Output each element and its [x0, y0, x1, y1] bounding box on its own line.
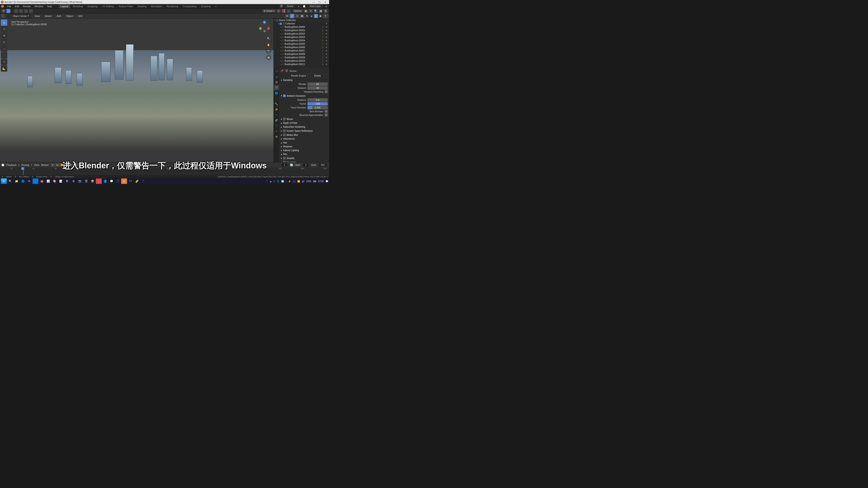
taskbar-blender-icon[interactable]: ●	[121, 178, 127, 184]
ao-factor-field[interactable]: 1.00	[307, 102, 328, 105]
visibility-icon[interactable]: 👁	[325, 53, 328, 55]
editor-type-icon[interactable]: ⬚	[1, 14, 5, 18]
disclosure-icon[interactable]: ▸	[281, 60, 282, 62]
snap-toggle-icon[interactable]: 🧲	[282, 9, 286, 13]
taskbar-app-icon[interactable]: 📘	[102, 178, 108, 184]
tray-onedrive-icon[interactable]: ☁	[270, 180, 272, 183]
snap3-icon[interactable]: ⬚	[24, 9, 28, 13]
outliner-item[interactable]: ▸▽BuildingMesh.00004▽👁	[274, 39, 329, 42]
filter-icon[interactable]: ▽	[321, 39, 324, 42]
taskbar-explorer-icon[interactable]: 📁	[13, 178, 20, 184]
bloom-checkbox[interactable]	[283, 118, 286, 121]
ao-bent-checkbox[interactable]	[324, 110, 328, 113]
taskbar-app-icon[interactable]: 📦	[90, 178, 95, 184]
visibility-icon[interactable]: 👁	[325, 29, 328, 32]
taskbar-app-icon[interactable]: 📊	[45, 178, 51, 184]
start-button[interactable]: ⊞	[1, 178, 7, 184]
disclosure-icon[interactable]: ▸	[281, 46, 282, 48]
menu-gis[interactable]: GIS	[77, 15, 84, 18]
sync-icon[interactable]: 🔄	[290, 164, 293, 166]
rendered-shading-icon[interactable]: ◉	[318, 14, 323, 18]
tab-modeling[interactable]: Modeling	[70, 4, 85, 8]
snap-icon[interactable]: ⬚	[14, 9, 18, 13]
orientation-select[interactable]: ⊕ Global ▾	[262, 9, 276, 13]
filter-icon[interactable]: ▽	[321, 33, 324, 35]
tab-world[interactable]: 🌐	[274, 90, 279, 96]
outliner-item[interactable]: ▸▽BuildingMesh.00001▽👁	[274, 29, 329, 32]
tray-app-icon[interactable]: 🎧	[293, 180, 296, 183]
taskbar-app-icon[interactable]: 🛡	[127, 178, 133, 184]
filter-icon[interactable]: ▽	[321, 53, 324, 55]
visibility-icon[interactable]: 👁	[325, 63, 328, 66]
visibility-icon[interactable]: 👁	[325, 39, 328, 42]
snap4-icon[interactable]: ⬚	[29, 9, 33, 13]
mb-header[interactable]: ▸Motion Blur	[281, 133, 328, 137]
outliner-item[interactable]: ▸▽BuildingMesh.00005▽👁	[274, 42, 329, 46]
outliner-item[interactable]: ▸▽BuildingMesh.00002▽👁	[274, 32, 329, 35]
outliner-collection[interactable]: ▾ ▢ Collection 👁	[274, 22, 329, 25]
visibility-icon[interactable]: 👁	[325, 23, 328, 25]
ao-trace-field[interactable]: 0.250	[307, 106, 328, 109]
ao-bounces-checkbox[interactable]	[324, 113, 328, 117]
freestyle-checkbox[interactable]	[283, 161, 286, 162]
visibility-icon[interactable]: 👁	[325, 46, 328, 48]
render-engine-select[interactable]: Eevee	[307, 74, 328, 78]
visibility-icon[interactable]: 👁	[325, 57, 328, 59]
scene-icon[interactable]: 🎬	[279, 4, 283, 8]
tab-modifiers[interactable]: 🔧	[274, 101, 279, 107]
viewport-samples-field[interactable]: 16	[307, 86, 328, 90]
viewlayer-field[interactable]: View Layer	[308, 4, 323, 8]
gizmo-icon[interactable]: ⬈	[290, 14, 294, 18]
bloom-header[interactable]: ▸Bloom	[281, 117, 328, 121]
filter-icon[interactable]: ▾	[309, 9, 313, 13]
lookdev-shading-icon[interactable]: ◐	[314, 14, 318, 18]
tab-output[interactable]: 🖨	[274, 74, 279, 79]
scene-field[interactable]: Scene	[285, 4, 295, 8]
cursor-tool[interactable]: ✛	[1, 26, 7, 32]
tab-render[interactable]: 🖵	[274, 69, 279, 74]
filter-icon[interactable]: ▽	[321, 46, 324, 48]
end-frame-field[interactable]: 250	[318, 163, 327, 167]
disclosure-icon[interactable]: ▸	[281, 26, 282, 28]
film-header[interactable]: ▸Film	[281, 152, 328, 156]
tray-keyboard-icon[interactable]: ⌨	[313, 180, 316, 183]
select-box-tool[interactable]: ▭	[1, 20, 7, 26]
measure-tool[interactable]: 📐	[1, 65, 7, 72]
disclosure-icon[interactable]: ▸	[281, 39, 282, 41]
timeline-editor-icon[interactable]: 🕐	[1, 164, 4, 166]
outliner-item[interactable]: ▸▽BuildingMesh.00006▽👁	[274, 46, 329, 49]
3d-viewport[interactable]: ▭ ✛ ✥ ↻ ⤢ ⬚ ✎ 📐 User Perspective (1) Col…	[0, 19, 274, 162]
tray-app-icon[interactable]: ⚡	[288, 180, 291, 183]
overlay-icon[interactable]: ⊙	[295, 14, 299, 18]
taskbar-app-icon[interactable]: 📷	[77, 178, 83, 184]
filter-icon[interactable]: ▽	[321, 50, 324, 52]
ssr-header[interactable]: ▸Screen Space Reflections	[281, 129, 328, 133]
pin-icon[interactable]: 📌	[281, 69, 284, 72]
taskbar-firefox-icon[interactable]: 🦊	[39, 178, 45, 184]
disclosure-icon[interactable]: ▸	[281, 53, 282, 55]
tab-scripting[interactable]: Scripting	[199, 4, 213, 8]
simplify-header[interactable]: ▸Simplify	[281, 156, 328, 160]
visibility-icon[interactable]: 👁	[325, 43, 328, 45]
tab-physics[interactable]: ⚛	[274, 112, 279, 118]
disclosure-icon[interactable]: ▸	[281, 63, 282, 65]
taskbar-app-icon[interactable]: 🎬	[83, 178, 89, 184]
checkbox-icon[interactable]	[280, 23, 282, 25]
outliner-item[interactable]: ▸▽BuildingMesh.00010▽👁	[274, 59, 329, 63]
outliner-item[interactable]: ▸▽BuildingMesh.00000▽👁	[274, 25, 329, 29]
start-frame-field[interactable]: 1	[303, 163, 309, 167]
perspective-toggle-icon[interactable]: ▦	[266, 55, 271, 60]
disclosure-icon[interactable]: ▸	[281, 29, 282, 31]
visibility-icon[interactable]: 👁	[325, 36, 328, 38]
timeline-playback-menu[interactable]: Playback	[6, 164, 17, 166]
search-icon[interactable]: 🔍	[314, 9, 318, 13]
visibility-icon[interactable]: 👁	[325, 60, 328, 62]
menu-add[interactable]: Add	[55, 15, 63, 18]
menu-view[interactable]: View	[33, 15, 41, 18]
tab-animation[interactable]: Animation	[149, 4, 164, 8]
outliner-item[interactable]: ▸▽BuildingMesh.00007▽👁	[274, 49, 329, 53]
ao-enable-checkbox[interactable]	[283, 94, 286, 97]
mode-selector[interactable]: ⬚ Object Mode ▾	[8, 14, 31, 18]
disclosure-icon[interactable]: ▾	[278, 23, 279, 25]
freestyle-header[interactable]: ▸Freestyle	[281, 160, 328, 162]
